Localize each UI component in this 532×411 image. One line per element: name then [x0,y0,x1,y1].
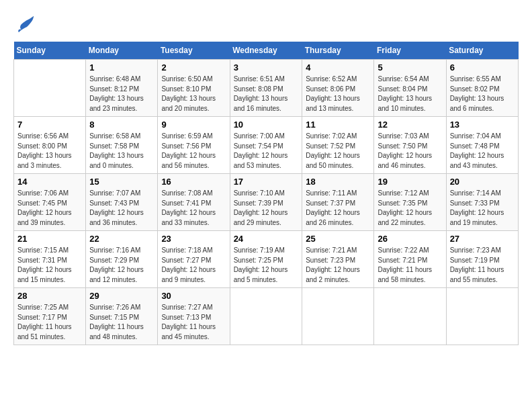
day-info: Sunrise: 6:52 AM Sunset: 8:06 PM Dayligh… [306,75,370,113]
day-number: 17 [234,177,299,187]
calendar-cell: 29Sunrise: 7:26 AM Sunset: 7:15 PM Dayli… [86,288,158,345]
day-number: 7 [17,120,82,130]
day-info: Sunrise: 7:14 AM Sunset: 7:33 PM Dayligh… [450,189,515,228]
calendar-cell: 13Sunrise: 7:04 AM Sunset: 7:48 PM Dayli… [446,117,518,174]
logo-bird-icon [15,13,36,35]
col-header-friday: Friday [374,42,446,60]
calendar-cell: 16Sunrise: 7:08 AM Sunset: 7:41 PM Dayli… [158,174,230,231]
day-info: Sunrise: 7:15 AM Sunset: 7:31 PM Dayligh… [17,246,82,285]
calendar-cell: 6Sunrise: 6:55 AM Sunset: 8:02 PM Daylig… [446,60,518,117]
calendar-week-row: 1Sunrise: 6:48 AM Sunset: 8:12 PM Daylig… [14,60,519,117]
calendar-cell: 19Sunrise: 7:12 AM Sunset: 7:35 PM Dayli… [374,174,446,231]
calendar-cell: 10Sunrise: 7:00 AM Sunset: 7:54 PM Dayli… [230,117,302,174]
day-info: Sunrise: 7:21 AM Sunset: 7:23 PM Dayligh… [306,246,370,285]
day-info: Sunrise: 7:11 AM Sunset: 7:37 PM Dayligh… [306,189,370,228]
day-number: 20 [450,177,515,187]
page-header [13,13,519,35]
calendar-cell: 22Sunrise: 7:16 AM Sunset: 7:29 PM Dayli… [86,231,158,288]
day-number: 29 [89,291,154,301]
calendar-table: SundayMondayTuesdayWednesdayThursdayFrid… [13,42,519,345]
day-info: Sunrise: 7:10 AM Sunset: 7:39 PM Dayligh… [234,189,299,228]
calendar-cell: 30Sunrise: 7:27 AM Sunset: 7:13 PM Dayli… [158,288,230,345]
logo [13,13,36,35]
calendar-cell [374,288,446,345]
day-info: Sunrise: 7:00 AM Sunset: 7:54 PM Dayligh… [234,132,299,171]
col-header-wednesday: Wednesday [230,42,302,60]
calendar-week-row: 28Sunrise: 7:25 AM Sunset: 7:17 PM Dayli… [14,288,519,345]
calendar-cell: 12Sunrise: 7:03 AM Sunset: 7:50 PM Dayli… [374,117,446,174]
day-info: Sunrise: 6:59 AM Sunset: 7:56 PM Dayligh… [161,132,226,171]
day-info: Sunrise: 7:12 AM Sunset: 7:35 PM Dayligh… [378,189,442,228]
day-number: 26 [378,234,442,244]
day-number: 22 [89,234,154,244]
calendar-week-row: 14Sunrise: 7:06 AM Sunset: 7:45 PM Dayli… [14,174,519,231]
calendar-cell: 14Sunrise: 7:06 AM Sunset: 7:45 PM Dayli… [14,174,86,231]
day-info: Sunrise: 7:07 AM Sunset: 7:43 PM Dayligh… [89,189,154,228]
day-info: Sunrise: 7:08 AM Sunset: 7:41 PM Dayligh… [161,189,226,228]
col-header-monday: Monday [86,42,158,60]
day-number: 10 [234,120,299,130]
calendar-cell: 26Sunrise: 7:22 AM Sunset: 7:21 PM Dayli… [374,231,446,288]
col-header-thursday: Thursday [302,42,374,60]
day-info: Sunrise: 7:22 AM Sunset: 7:21 PM Dayligh… [378,246,442,285]
day-info: Sunrise: 6:51 AM Sunset: 8:08 PM Dayligh… [234,75,299,113]
calendar-cell: 9Sunrise: 6:59 AM Sunset: 7:56 PM Daylig… [158,117,230,174]
calendar-cell: 24Sunrise: 7:19 AM Sunset: 7:25 PM Dayli… [230,231,302,288]
calendar-cell: 25Sunrise: 7:21 AM Sunset: 7:23 PM Dayli… [302,231,374,288]
day-number: 25 [306,234,370,244]
calendar-cell [302,288,374,345]
col-header-saturday: Saturday [446,42,518,60]
day-info: Sunrise: 6:54 AM Sunset: 8:04 PM Dayligh… [378,75,442,113]
calendar-cell [14,60,86,117]
day-number: 27 [450,234,515,244]
day-number: 9 [161,120,226,130]
day-number: 16 [161,177,226,187]
calendar-cell: 3Sunrise: 6:51 AM Sunset: 8:08 PM Daylig… [230,60,302,117]
day-number: 23 [161,234,226,244]
day-number: 3 [234,62,299,73]
calendar-week-row: 7Sunrise: 6:56 AM Sunset: 8:00 PM Daylig… [14,117,519,174]
day-number: 4 [306,62,370,73]
day-number: 19 [378,177,442,187]
calendar-cell: 18Sunrise: 7:11 AM Sunset: 7:37 PM Dayli… [302,174,374,231]
day-number: 2 [161,62,226,73]
day-info: Sunrise: 7:06 AM Sunset: 7:45 PM Dayligh… [17,189,82,228]
day-number: 18 [306,177,370,187]
calendar-cell: 8Sunrise: 6:58 AM Sunset: 7:58 PM Daylig… [86,117,158,174]
col-header-sunday: Sunday [14,42,86,60]
calendar-cell: 5Sunrise: 6:54 AM Sunset: 8:04 PM Daylig… [374,60,446,117]
day-info: Sunrise: 7:18 AM Sunset: 7:27 PM Dayligh… [161,246,226,285]
day-number: 1 [89,62,154,73]
day-number: 12 [378,120,442,130]
day-number: 13 [450,120,515,130]
day-number: 11 [306,120,370,130]
calendar-week-row: 21Sunrise: 7:15 AM Sunset: 7:31 PM Dayli… [14,231,519,288]
day-number: 24 [234,234,299,244]
day-info: Sunrise: 7:27 AM Sunset: 7:13 PM Dayligh… [161,303,226,342]
day-info: Sunrise: 6:58 AM Sunset: 7:58 PM Dayligh… [89,132,154,171]
day-number: 8 [89,120,154,130]
day-info: Sunrise: 7:16 AM Sunset: 7:29 PM Dayligh… [89,246,154,285]
calendar-cell: 1Sunrise: 6:48 AM Sunset: 8:12 PM Daylig… [86,60,158,117]
calendar-cell: 20Sunrise: 7:14 AM Sunset: 7:33 PM Dayli… [446,174,518,231]
day-number: 21 [17,234,82,244]
day-info: Sunrise: 7:23 AM Sunset: 7:19 PM Dayligh… [450,246,515,285]
day-info: Sunrise: 6:55 AM Sunset: 8:02 PM Dayligh… [450,75,515,113]
day-info: Sunrise: 6:50 AM Sunset: 8:10 PM Dayligh… [161,75,226,113]
day-info: Sunrise: 6:48 AM Sunset: 8:12 PM Dayligh… [89,75,154,113]
day-number: 15 [89,177,154,187]
day-number: 5 [378,62,442,73]
day-number: 30 [161,291,226,301]
calendar-cell: 23Sunrise: 7:18 AM Sunset: 7:27 PM Dayli… [158,231,230,288]
calendar-cell: 11Sunrise: 7:02 AM Sunset: 7:52 PM Dayli… [302,117,374,174]
day-number: 6 [450,62,515,73]
day-info: Sunrise: 7:19 AM Sunset: 7:25 PM Dayligh… [234,246,299,285]
day-number: 28 [17,291,82,301]
calendar-cell [446,288,518,345]
calendar-cell: 7Sunrise: 6:56 AM Sunset: 8:00 PM Daylig… [14,117,86,174]
calendar-cell: 28Sunrise: 7:25 AM Sunset: 7:17 PM Dayli… [14,288,86,345]
col-header-tuesday: Tuesday [158,42,230,60]
day-info: Sunrise: 7:04 AM Sunset: 7:48 PM Dayligh… [450,132,515,171]
calendar-cell: 2Sunrise: 6:50 AM Sunset: 8:10 PM Daylig… [158,60,230,117]
calendar-cell: 17Sunrise: 7:10 AM Sunset: 7:39 PM Dayli… [230,174,302,231]
